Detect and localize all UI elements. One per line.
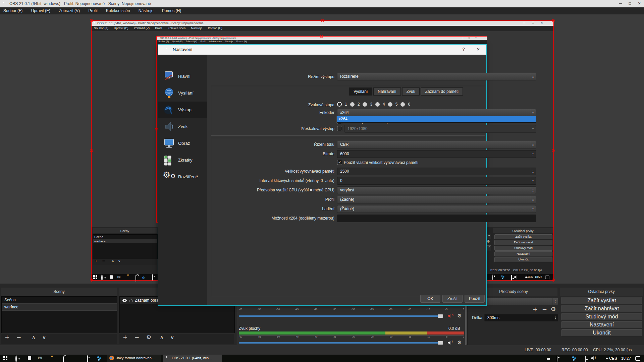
taskbar-app-obs[interactable]: OBS 21.0.1 (64bit, win... <box>163 355 222 362</box>
mixer-row2-gear-icon[interactable]: ⚙ <box>457 340 462 346</box>
ok-button[interactable]: OK <box>420 295 440 303</box>
add-source-icon[interactable]: + <box>123 334 127 341</box>
sidebar-item-stream[interactable]: Vysílání <box>158 85 207 102</box>
target-app-icon[interactable] <box>87 355 88 362</box>
maximize-button[interactable]: □ <box>625 1 635 6</box>
mixer-row2-volume-slider[interactable] <box>239 342 442 344</box>
track2-radio[interactable] <box>350 102 355 107</box>
rate-control-select[interactable]: CBR ▴▾ <box>337 141 536 148</box>
track5-radio[interactable] <box>388 102 392 107</box>
capture1-handle-top-left[interactable] <box>90 19 93 22</box>
spinner-arrows-icon[interactable]: ▴▾ <box>530 150 536 158</box>
source-properties-gear-icon[interactable]: ⚙ <box>146 334 151 341</box>
tab-recording[interactable]: Nahrávání <box>373 87 400 96</box>
tab-streaming[interactable]: Vysílání <box>349 87 372 96</box>
tray-clock[interactable]: 18:27 <box>621 356 631 360</box>
duration-field[interactable]: 300ms ▴▾ <box>484 314 558 321</box>
track6-radio[interactable] <box>400 102 405 107</box>
spinner-arrows-icon[interactable]: ▴▾ <box>530 73 536 80</box>
spinner-arrows-icon[interactable]: ▴▾ <box>530 205 536 213</box>
taskbar-search-icon[interactable] <box>15 355 17 362</box>
buffer-size-field[interactable]: 2500 ▴▾ <box>337 168 536 175</box>
mixer-row2-volume-icon[interactable] <box>448 341 451 345</box>
tray-obs-icon[interactable] <box>557 356 557 362</box>
tab-replay-buffer[interactable]: Záznam do paměti <box>421 87 463 96</box>
add-transition-icon[interactable]: + <box>533 306 538 313</box>
source-down-icon[interactable]: ∨ <box>170 334 174 341</box>
keyframe-interval-field[interactable]: 0 ▴▾ <box>337 177 536 185</box>
settings-button[interactable]: Nastavení <box>561 321 642 328</box>
menu-scene-collection[interactable]: Kolekce scén <box>106 8 130 13</box>
network-app-icon[interactable] <box>97 356 99 358</box>
dialog-help-button[interactable]: ? <box>459 47 469 52</box>
start-button[interactable] <box>3 356 5 358</box>
scene-row-selected[interactable]: warface <box>2 303 117 311</box>
custom-buffer-checkbox[interactable]: ✓ <box>337 160 342 165</box>
output-mode-select[interactable]: Rozšířené ▴▾ <box>337 73 536 80</box>
encoder-select[interactable]: x264 ▴▾ <box>337 109 536 117</box>
start-recording-button[interactable]: Začít nahrávat <box>561 305 642 312</box>
scene-up-icon[interactable]: ∧ <box>32 334 36 341</box>
capture2-handle-top-center[interactable] <box>320 35 323 38</box>
sidebar-item-general[interactable]: Hlavní <box>158 68 207 85</box>
sidebar-item-video[interactable]: Obraz <box>158 135 207 152</box>
tab-audio[interactable]: Zvuk <box>402 87 420 96</box>
spinner-arrows-icon[interactable]: ▴▾ <box>530 141 536 148</box>
studio-mode-button[interactable]: Studiový mód <box>561 313 642 320</box>
cancel-button[interactable]: Zrušit <box>442 295 463 303</box>
cpu-preset-select[interactable]: veryfast ▴▾ <box>337 186 536 194</box>
track1-radio[interactable] <box>337 102 342 107</box>
mixer-row1-volume-slider[interactable] <box>239 315 442 317</box>
encoder-popup-item-selected[interactable]: x264 <box>337 116 536 122</box>
sidebar-item-advanced[interactable]: ⚙⚙ Rozšířené <box>158 169 207 185</box>
taskbar-app-firefox[interactable]: Jaký formát nahráván... <box>107 355 161 362</box>
mixer-row1-slider-handle[interactable] <box>438 314 443 318</box>
remove-transition-icon[interactable]: − <box>542 306 547 313</box>
menu-view[interactable]: Zobrazit (V) <box>59 8 80 13</box>
sidebar-item-output[interactable]: Výstup <box>158 102 207 118</box>
menu-tools[interactable]: Nástroje <box>139 8 154 13</box>
capture1-handle-mid-right[interactable] <box>552 149 555 152</box>
track4-radio[interactable] <box>375 102 380 107</box>
spinner-arrows-icon[interactable]: ▴▾ <box>530 109 536 116</box>
capture1-handle-mid-left[interactable] <box>90 149 93 152</box>
tray-network-app-icon[interactable] <box>572 356 574 358</box>
tray-locale[interactable]: CES <box>609 356 617 360</box>
tray-notifications-icon[interactable] <box>635 356 640 361</box>
spinner-arrows-icon[interactable]: ▴▾ <box>553 314 558 321</box>
remove-scene-icon[interactable]: − <box>16 334 21 341</box>
tray-display-icon[interactable] <box>585 356 586 362</box>
mixer-row2-slider-handle[interactable] <box>438 341 443 345</box>
tune-select[interactable]: (Žádné) ▴▾ <box>337 205 536 213</box>
transition-gear-icon[interactable]: ⚙ <box>551 306 556 312</box>
remove-source-icon[interactable]: − <box>135 334 139 341</box>
scene-row[interactable]: Scéna <box>2 297 117 303</box>
exit-button[interactable]: Ukončit <box>561 329 642 336</box>
menu-file[interactable]: Soubor (F) <box>3 8 22 13</box>
scene-down-icon[interactable]: ∨ <box>42 334 46 341</box>
dialog-close-button[interactable]: × <box>473 46 483 52</box>
bitrate-field[interactable]: 6000 ▴▾ <box>337 150 536 158</box>
capture1-handle-bottom-left[interactable] <box>90 279 93 282</box>
rescale-select-disabled[interactable]: 644x362 ▾ <box>344 125 536 133</box>
start-streaming-button[interactable]: Začít vysílat <box>561 297 642 304</box>
mixer-row1-mute-icon[interactable] <box>448 314 451 318</box>
track3-radio[interactable] <box>363 102 367 107</box>
calculator-icon[interactable] <box>28 356 31 360</box>
spinner-arrows-icon[interactable]: ▴▾ <box>552 298 558 305</box>
lock-icon[interactable] <box>129 300 132 302</box>
spinner-arrows-icon[interactable]: ▴▾ <box>530 187 536 194</box>
tray-volume-icon[interactable] <box>591 356 595 360</box>
menu-profile[interactable]: Profil <box>88 8 97 13</box>
spinner-arrows-icon[interactable]: ▴▾ <box>530 196 536 203</box>
capture1-handle-top-right[interactable] <box>552 19 555 22</box>
apply-button[interactable]: Použít <box>465 295 485 303</box>
spinner-arrows-icon[interactable]: ▴▾ <box>530 177 536 184</box>
visibility-icon[interactable] <box>122 299 127 302</box>
close-button[interactable]: × <box>635 1 644 6</box>
spinner-arrows-icon[interactable]: ▴▾ <box>530 168 536 175</box>
menu-edit[interactable]: Upravit (E) <box>31 8 50 13</box>
mail-icon[interactable]: ✉ <box>38 355 42 361</box>
capture1-handle-top-center[interactable] <box>321 19 324 22</box>
store-icon[interactable] <box>63 356 64 362</box>
